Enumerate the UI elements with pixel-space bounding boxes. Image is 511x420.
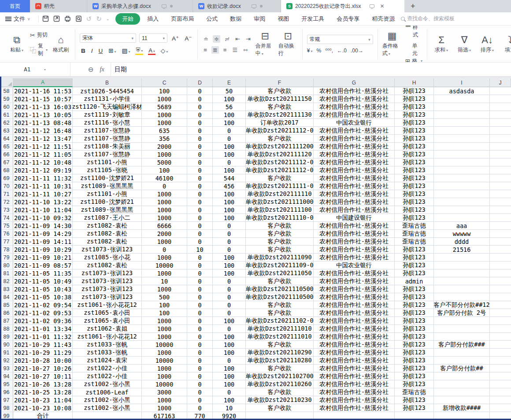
cell-j86[interactable] xyxy=(490,309,511,317)
cell-g66[interactable]: 农村信用合作社-慈溪分社 xyxy=(314,151,395,158)
column-header-e[interactable]: E xyxy=(213,78,246,87)
cell-g93[interactable]: 农村信用合作社-慈溪分社 xyxy=(314,365,395,372)
cell-j71[interactable] xyxy=(490,190,511,198)
cell-g91[interactable]: 农村信用合作社-慈溪分社 xyxy=(314,349,395,357)
cell-d64[interactable]: 0 xyxy=(187,135,213,143)
draw-border-button[interactable]: ▨▾ xyxy=(121,47,132,55)
cell-d66[interactable]: 0 xyxy=(187,151,213,158)
cell-i89[interactable] xyxy=(434,333,490,341)
cell-a69[interactable]: 2021-11-11 11:32 xyxy=(13,174,73,182)
row-header-91[interactable]: 91 xyxy=(0,349,13,357)
cell-h70[interactable]: 孙膑123 xyxy=(395,182,434,190)
cell-e77[interactable]: 0 xyxy=(213,238,246,246)
cell-e95[interactable]: 100 xyxy=(213,380,246,388)
column-header-d[interactable]: D xyxy=(187,78,213,87)
cell-a86[interactable]: 2021-11-02 09:53 xyxy=(13,309,73,317)
cell-h82[interactable]: admin xyxy=(395,277,434,285)
cell-c63[interactable]: 635 xyxy=(142,127,187,135)
cell-b72[interactable]: zst1100-沈梦娇21 xyxy=(73,198,142,206)
cell-d59[interactable]: 0 xyxy=(187,95,213,103)
cell-e90[interactable]: 100 xyxy=(213,341,246,349)
cell-h74[interactable]: 孙膑123 xyxy=(395,214,434,222)
cell-j77[interactable] xyxy=(490,238,511,246)
cell-j97[interactable] xyxy=(490,396,511,404)
cell-h59[interactable]: 孙膑123 xyxy=(395,95,434,103)
cell-i83[interactable] xyxy=(434,285,490,293)
export-button[interactable] xyxy=(53,15,60,22)
cell-j82[interactable] xyxy=(490,277,511,285)
cell-i86[interactable]: 客户部分付款 2号 xyxy=(434,309,490,317)
cell-a95[interactable]: 2021-10-26 13:28 xyxy=(13,380,73,388)
cell-i65[interactable] xyxy=(434,143,490,151)
cell-j87[interactable] xyxy=(490,317,511,325)
row-header-87[interactable]: 87 xyxy=(0,317,13,325)
table-style-button[interactable]: ▦表格样式▾ xyxy=(405,26,422,39)
cell-j75[interactable] xyxy=(490,222,511,230)
row-header-59[interactable]: 59 xyxy=(0,95,13,103)
font-name-select[interactable]: 宋体▾ xyxy=(80,33,136,43)
cell-e79[interactable]: 100 xyxy=(213,254,246,262)
fill-color-button[interactable]: ⛨▾ xyxy=(134,46,144,55)
row-header-69[interactable]: 69 xyxy=(0,174,13,182)
ribbon-tab-home[interactable]: 开始 xyxy=(115,13,140,25)
cell-d75[interactable]: 0 xyxy=(187,222,213,230)
cell-h61[interactable]: 孙膑123 xyxy=(395,111,434,119)
cell-g88[interactable]: 农村信用合作社-慈溪分社 xyxy=(314,325,395,333)
ribbon-tab-review[interactable]: 审阅 xyxy=(248,13,270,25)
cell-e67[interactable]: 0 xyxy=(213,158,246,166)
cell-style-button[interactable]: ⊞单元格样式▾ xyxy=(405,42,422,63)
row-header-89[interactable]: 89 xyxy=(0,333,13,341)
cell-e59[interactable]: 100 xyxy=(213,95,246,103)
cell-i68[interactable] xyxy=(434,166,490,174)
column-header-g[interactable]: G xyxy=(314,78,395,87)
row-header-72[interactable]: 72 xyxy=(0,198,13,206)
cell-c72[interactable]: 1000 xyxy=(142,198,187,206)
cell-a67[interactable]: 2021-11-12 10:48 xyxy=(13,158,73,166)
row-header-92[interactable]: 92 xyxy=(0,357,13,365)
cell-a81[interactable]: 2021-11-05 11:35 xyxy=(13,269,73,277)
row-header-93[interactable]: 93 xyxy=(0,365,13,372)
row-header-68[interactable]: 68 xyxy=(0,166,13,174)
cell-e72[interactable]: 100 xyxy=(213,198,246,206)
increase-decimal-icon[interactable]: ←.0 xyxy=(337,48,347,54)
cell-h66[interactable]: 孙膑123 xyxy=(395,151,434,158)
cell-f81[interactable]: 单收款Dzst202111050 xyxy=(246,269,314,277)
row-header-90[interactable]: 90 xyxy=(0,341,13,349)
cell-a73[interactable]: 2021-11-10 11:04 xyxy=(13,206,73,214)
cell-e94[interactable]: 100 xyxy=(213,372,246,380)
bold-button[interactable]: B xyxy=(80,47,87,55)
cell-a60[interactable]: 2021-11-13 16:03 xyxy=(13,103,73,111)
row-header-86[interactable]: 86 xyxy=(0,309,13,317)
row-header-75[interactable]: 75 xyxy=(0,222,13,230)
cell-b89[interactable]: zst1061-张小花花12 xyxy=(73,333,142,341)
cell-e62[interactable]: 100 xyxy=(213,119,246,127)
row-header-88[interactable]: 88 xyxy=(0,325,13,333)
tab-home[interactable]: 首页 xyxy=(0,0,30,12)
cell-i72[interactable] xyxy=(434,198,490,206)
cell-f67[interactable]: 单收款Dzst20211112-0 xyxy=(246,158,314,166)
cell-a74[interactable]: 2021-11-10 09:32 xyxy=(13,214,73,222)
cell-f87[interactable]: 单收款Dzst20211102-0 xyxy=(246,317,314,325)
cell-b82[interactable]: zst1073-张训123 xyxy=(73,277,142,285)
cell-d86[interactable]: 0 xyxy=(187,309,213,317)
cell-c93[interactable]: 1000 xyxy=(142,365,187,372)
row-header-66[interactable]: 66 xyxy=(0,151,13,158)
cell-e92[interactable]: 0 xyxy=(213,357,246,365)
cell-a72[interactable]: 2021-11-10 13:22 xyxy=(13,198,73,206)
cell-i61[interactable] xyxy=(434,111,490,119)
cell-f75[interactable]: 客户收款 xyxy=(246,222,314,230)
cell-g73[interactable]: 农村信用合作社-慈溪分社 xyxy=(314,206,395,214)
font-color-button[interactable]: A▾ xyxy=(147,47,156,55)
cell-j59[interactable] xyxy=(490,95,511,103)
cell-h94[interactable]: 孙膑123 xyxy=(395,372,434,380)
cell-c79[interactable]: 1000 xyxy=(142,254,187,262)
cell-i97[interactable] xyxy=(434,396,490,404)
cell-j95[interactable] xyxy=(490,380,511,388)
ribbon-tab-view[interactable]: 视图 xyxy=(272,13,294,25)
cell-f64[interactable]: 客户收款 xyxy=(246,135,314,143)
justify-icon[interactable]: ☰ xyxy=(231,46,239,54)
cell-g64[interactable]: 农村信用合作社-慈溪分社 xyxy=(314,135,395,143)
cell-g68[interactable]: 农村信用合作社-慈溪分社 xyxy=(314,166,395,174)
merge-center-button[interactable]: ⊟ 合并居中▾ xyxy=(256,28,275,60)
cell-b95[interactable]: zst1002-张小黑 xyxy=(73,380,142,388)
